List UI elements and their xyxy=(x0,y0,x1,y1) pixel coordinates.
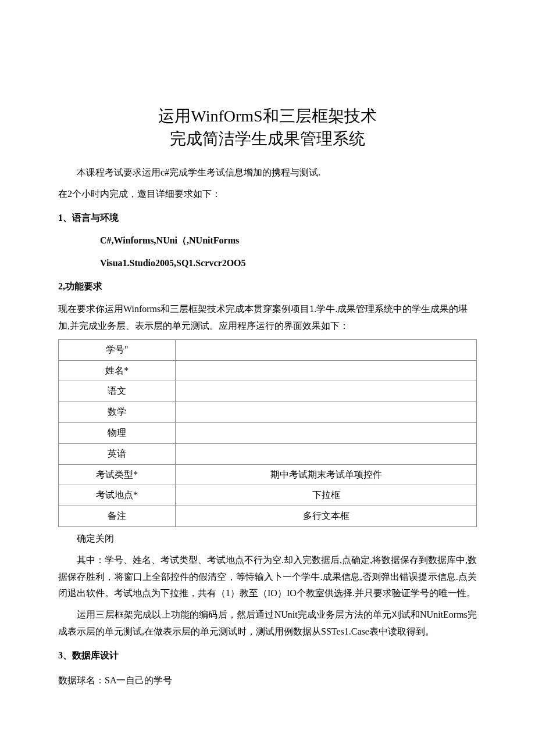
field-label: 英谙 xyxy=(59,443,176,464)
explanation-1: 其中：学号、姓名、考试类型、考试地点不行为空.却入完数据后,点确定,将数据保存到… xyxy=(58,552,477,602)
section-3-heading-text: 3、数据库设计 xyxy=(58,650,119,660)
section-2-desc: 现在要求你运用Winforms和三层框架技术完成本贯穿案例项目1.学牛.成果管理… xyxy=(58,301,477,335)
field-label: 学号" xyxy=(59,339,176,360)
section-3-heading: 3、数据库设计 xyxy=(58,647,477,664)
field-label: 语文 xyxy=(59,381,176,402)
section-1-heading-text: 1、语言与环境 xyxy=(58,213,119,223)
table-row: 考试地点* 下拉框 xyxy=(59,485,477,506)
field-label: 物理 xyxy=(59,422,176,443)
field-value xyxy=(176,443,477,464)
intro-text: 本课程考试要求运用c#完成学生考试信息增加的携程与测试. xyxy=(77,167,320,177)
section-1-heading: 1、语言与环境 xyxy=(58,210,477,227)
section-2-heading: 2,功能要求 xyxy=(58,278,477,295)
field-label: 备注 xyxy=(59,506,176,527)
field-value xyxy=(176,360,477,381)
table-row: 学号" xyxy=(59,339,477,360)
confirm-close-text: 确定关闭 xyxy=(58,531,477,547)
field-value: 期中考试期末考试单项控件 xyxy=(176,464,477,485)
table-row: 语文 xyxy=(59,381,477,402)
form-fields-table: 学号" 姓名* 语文 数学 物理 英谙 考试类型* 期中考试期末考试单项控件 考 xyxy=(58,339,477,527)
db-name-text: 数据球名：SA一自己的学号 xyxy=(58,675,172,685)
database-name: 数据球名：SA一自己的学号 xyxy=(58,672,477,689)
field-value xyxy=(176,402,477,423)
table-row: 数学 xyxy=(59,402,477,423)
field-value xyxy=(176,381,477,402)
section-2-heading-text: 2,功能要求 xyxy=(58,281,102,291)
time-requirement: 在2个小时内完成，邀目详细要求如下： xyxy=(58,186,477,203)
title-line-1: 运用WinfOrmS和三层框架技术 xyxy=(158,107,376,125)
field-value: 多行文本框 xyxy=(176,506,477,527)
document-title: 运用WinfOrmS和三层框架技术 完成简洁学生成果管理系统 xyxy=(58,105,477,150)
time-req-text: 在2个小时内完成，邀目详细要求如下： xyxy=(58,189,221,199)
title-line-2: 完成简洁学生成果管理系统 xyxy=(170,130,365,148)
section-1-line-1: C#,Winforms,NUni（,NUnitForms xyxy=(58,232,477,249)
table-row: 英谙 xyxy=(59,443,477,464)
field-value xyxy=(176,339,477,360)
field-label: 数学 xyxy=(59,402,176,423)
field-label: 考试地点* xyxy=(59,485,176,506)
table-row: 物理 xyxy=(59,422,477,443)
intro-paragraph: 本课程考试要求运用c#完成学生考试信息增加的携程与测试. xyxy=(58,164,477,181)
field-value xyxy=(176,422,477,443)
table-row: 备注 多行文本框 xyxy=(59,506,477,527)
field-label: 考试类型* xyxy=(59,464,176,485)
table-row: 考试类型* 期中考试期末考试单项控件 xyxy=(59,464,477,485)
field-value: 下拉框 xyxy=(176,485,477,506)
field-label: 姓名* xyxy=(59,360,176,381)
explanation-2: 运用三层框架完成以上功能的编码后，然后通过NUnit完成业务层方法的单元刈试和N… xyxy=(58,607,477,640)
section-1-line-2: Visua1.Studio2005,SQ1.Scrvcr2OO5 xyxy=(58,255,477,272)
table-row: 姓名* xyxy=(59,360,477,381)
